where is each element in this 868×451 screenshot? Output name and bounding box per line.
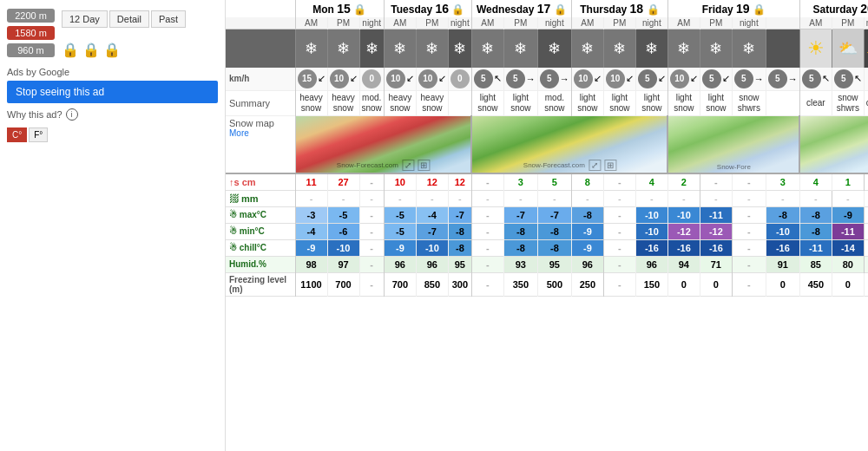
sub-wed-night: night <box>537 17 571 29</box>
summary-mon-pm: heavysnow <box>327 90 359 115</box>
snow-icon: ❄ <box>514 40 527 57</box>
min-temp-row: ☃ min°C -4 -6 - -5 -7 -8 - -8 -8 -9 - -1… <box>226 223 868 239</box>
max-14: - <box>732 206 766 223</box>
weather-thu-night: ❄ <box>635 29 667 68</box>
elevation-960[interactable]: 960 m <box>7 43 55 57</box>
fullscreen-icon-2[interactable]: ⊞ <box>604 160 616 171</box>
weather-label <box>226 29 295 68</box>
freeze-13: 0 <box>700 272 732 296</box>
sub-mon-pm: PM <box>327 17 359 29</box>
snow-cm-5: 12 <box>448 173 471 191</box>
watermark-2: Snow-Forecast.com <box>523 161 585 169</box>
min-11: -10 <box>635 223 667 239</box>
min-4: -7 <box>416 223 448 239</box>
snowmap-title: Snow map <box>229 118 292 128</box>
weather-wed-pm: ❄ <box>503 29 537 68</box>
expand-icon-2[interactable]: ⤢ <box>589 160 601 171</box>
weather-tue-night: ❄ <box>448 29 471 68</box>
freeze-2: - <box>359 272 384 296</box>
chill-15: -16 <box>766 239 799 256</box>
lock-wed: 🔒 <box>554 3 567 16</box>
min-6: - <box>471 223 503 239</box>
rain-4: - <box>416 190 448 206</box>
wind-badge: 5 <box>474 69 493 88</box>
freeze-7: 350 <box>503 272 537 296</box>
sub-wed-pm: PM <box>503 17 537 29</box>
snow-cm-15: 3 <box>766 173 799 191</box>
elevation-2200[interactable]: 2200 m <box>7 9 55 23</box>
summary-thu-night: lightsnow <box>635 90 667 115</box>
humid-13: 71 <box>700 256 732 272</box>
snow-cm-4: 12 <box>416 173 448 191</box>
summary-tue-pm: heavysnow <box>416 90 448 115</box>
wind-thu-pm: 10 ↙ <box>603 68 635 91</box>
summary-wed-am: lightsnow <box>471 90 503 115</box>
rain-8: - <box>537 190 571 206</box>
sub-thu-am: AM <box>571 17 603 29</box>
wind-badge: 10 <box>418 69 437 88</box>
stop-seeing-ad-button[interactable]: Stop seeing this ad <box>7 81 218 103</box>
fullscreen-icon[interactable]: ⊞ <box>418 160 430 171</box>
max-0: -3 <box>295 206 327 223</box>
chill-8: -8 <box>537 239 571 256</box>
weather-sat-am: ☀ <box>799 29 832 68</box>
min-16: -8 <box>799 223 832 239</box>
humid-3: 96 <box>384 256 416 272</box>
wind-badge: 10 <box>574 69 593 88</box>
max-temp-label: ☃ max°C <box>226 206 295 223</box>
summary-fri-night: snowshwrs <box>732 90 766 115</box>
wind-badge: 10 <box>330 69 349 88</box>
snow-icon: ❄ <box>613 40 626 57</box>
humid-2: - <box>359 256 384 272</box>
snow-icon: ❄ <box>581 40 594 57</box>
wind-dir-icon: ↙ <box>350 73 358 84</box>
humid-6: - <box>471 256 503 272</box>
wind-badge: 5 <box>734 69 753 88</box>
wind-mon-am: 15 ↙ <box>295 68 327 91</box>
tab-detail[interactable]: Detail <box>109 10 149 28</box>
freeze-1: 700 <box>327 272 359 296</box>
snowmap-more-link[interactable]: More <box>229 128 292 138</box>
wind-tue-am: 10 ↙ <box>384 68 416 91</box>
ads-label: Ads by Google <box>7 67 218 77</box>
weather-tue-am: ❄ <box>384 29 416 68</box>
rain-11: - <box>635 190 667 206</box>
lock-mon: 🔒 <box>353 3 366 16</box>
wind-fri-night: 5 → <box>732 68 766 91</box>
rain-mm-row: ⛆ mm - - - - - - - - - - - - - - - - - -… <box>226 190 868 206</box>
rain-10: - <box>603 190 635 206</box>
why-this-ad[interactable]: Why this ad? i <box>7 108 218 121</box>
min-3: -5 <box>384 223 416 239</box>
sub-fri-am: AM <box>667 17 700 29</box>
celsius-button[interactable]: C° <box>7 127 27 142</box>
tab-12day[interactable]: 12 Day <box>62 10 108 28</box>
snow-cm-14: - <box>732 173 766 191</box>
expand-icon[interactable]: ⤢ <box>402 160 414 171</box>
max-6: - <box>471 206 503 223</box>
max-13: -11 <box>700 206 732 223</box>
wind-dir-icon: ↙ <box>318 73 326 84</box>
max-2: - <box>359 206 384 223</box>
sub-tue-pm: PM <box>416 17 448 29</box>
snow-cm-18: - <box>864 173 868 191</box>
tab-past[interactable]: Past <box>151 10 186 28</box>
min-12: -12 <box>667 223 700 239</box>
sub-wed-am: AM <box>471 17 503 29</box>
snow-cm-12: 2 <box>667 173 700 191</box>
min-15: -10 <box>766 223 799 239</box>
lock-thu: 🔒 <box>647 3 660 16</box>
sub-sat-night: night <box>864 17 868 29</box>
chill-10: - <box>603 239 635 256</box>
wind-badge: 10 <box>670 69 689 88</box>
weather-tue-pm: ❄ <box>416 29 448 68</box>
sub-mon-am: AM <box>295 17 327 29</box>
rain-16: - <box>799 190 832 206</box>
max-18: - <box>864 206 868 223</box>
wind-wed-am: 5 ↖ <box>471 68 503 91</box>
wind-label: km/h <box>226 68 295 91</box>
fahrenheit-button[interactable]: F° <box>29 127 48 142</box>
wind-dir-icon: → <box>754 74 764 84</box>
humid-15: 91 <box>766 256 799 272</box>
min-8: -8 <box>537 223 571 239</box>
elevation-1580[interactable]: 1580 m <box>7 26 55 40</box>
